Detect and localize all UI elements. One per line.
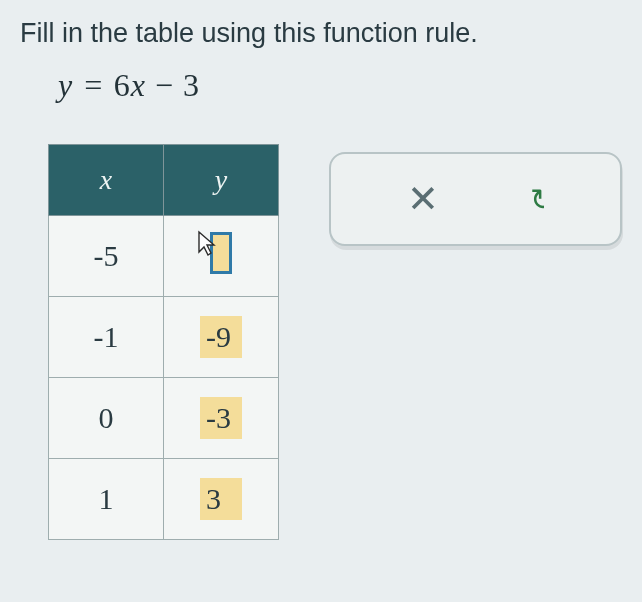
y-cell[interactable]: -3 xyxy=(164,378,279,459)
x-value: -5 xyxy=(94,239,119,272)
y-cell-input[interactable] xyxy=(164,216,279,297)
table-header-row: x y xyxy=(49,145,279,216)
table-row: -5 xyxy=(49,216,279,297)
x-value: -1 xyxy=(94,320,119,353)
wrong-icon[interactable]: ✕ xyxy=(407,180,439,218)
col-header-x: x xyxy=(49,145,164,216)
x-value: 0 xyxy=(99,401,114,434)
col-header-y: y xyxy=(164,145,279,216)
table-row: 0 -3 xyxy=(49,378,279,459)
instruction-text: Fill in the table using this function ru… xyxy=(20,18,622,49)
feedback-panel: ✕ ↻ xyxy=(329,152,622,246)
table-row: 1 3 xyxy=(49,459,279,540)
formula-var: x xyxy=(131,67,146,103)
coef-a: 6 xyxy=(114,67,131,103)
answer-value[interactable]: -9 xyxy=(200,316,242,358)
minus-sign: − xyxy=(155,67,183,103)
equals-sign: = xyxy=(82,67,114,103)
formula-lhs: y xyxy=(58,67,73,103)
function-table: x y -5 -1 -9 0 -3 1 3 xyxy=(48,144,279,540)
x-cell: -1 xyxy=(49,297,164,378)
function-rule: y = 6x − 3 xyxy=(58,67,622,104)
answer-value[interactable]: 3 xyxy=(200,478,242,520)
table-row: -1 -9 xyxy=(49,297,279,378)
y-cell[interactable]: 3 xyxy=(164,459,279,540)
answer-input-blank[interactable] xyxy=(210,232,232,274)
x-cell: -5 xyxy=(49,216,164,297)
const-b: 3 xyxy=(183,67,200,103)
x-cell: 1 xyxy=(49,459,164,540)
answer-value[interactable]: -3 xyxy=(200,397,242,439)
x-value: 1 xyxy=(99,482,114,515)
redo-icon[interactable]: ↻ xyxy=(530,182,544,217)
x-cell: 0 xyxy=(49,378,164,459)
y-cell[interactable]: -9 xyxy=(164,297,279,378)
